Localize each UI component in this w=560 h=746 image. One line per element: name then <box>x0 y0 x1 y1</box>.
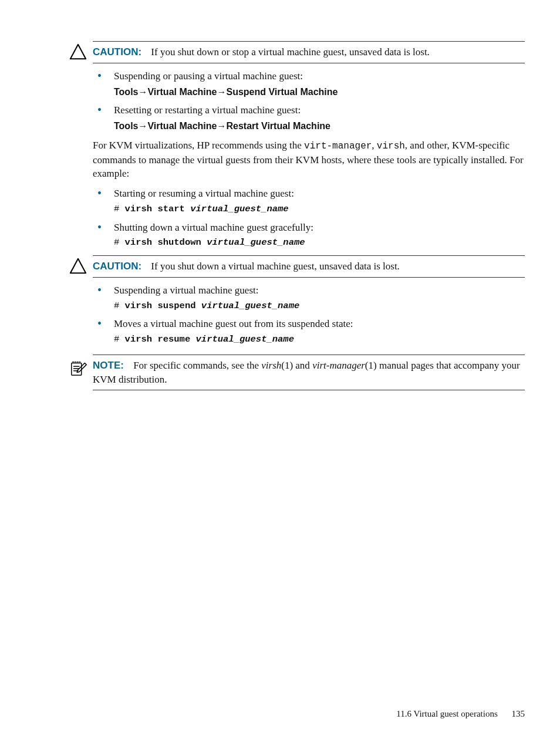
list-item: Suspending or pausing a virtual machine … <box>93 69 525 99</box>
page-footer: 11.6 Virtual guest operations 135 <box>396 708 525 720</box>
note-icon <box>69 359 87 376</box>
bullet-list: Suspending or pausing a virtual machine … <box>93 69 525 133</box>
command-arg: virtual_guest_name <box>190 204 288 214</box>
list-item-text: Shutting down a virtual machine guest gr… <box>114 222 313 233</box>
command-line: # virsh resume virtual_guest_name <box>114 333 525 346</box>
command-line: # virsh start virtual_guest_name <box>114 203 525 216</box>
note-text: For specific commands, see the <box>133 360 261 371</box>
prompt: # <box>114 237 125 248</box>
text: , <box>372 140 377 151</box>
command: virsh resume <box>125 334 196 345</box>
list-item-text: Suspending a virtual machine guest: <box>114 285 258 296</box>
note-label: NOTE: <box>93 360 124 371</box>
menu-segment: Tools <box>114 121 138 131</box>
list-item: Moves a virtual machine guest out from i… <box>93 317 525 346</box>
note-italic: virsh <box>261 360 281 371</box>
svg-rect-2 <box>72 363 82 375</box>
command-arg: virtual_guest_name <box>201 301 299 311</box>
arrow-icon: → <box>138 87 147 97</box>
list-item: Suspending a virtual machine guest: # vi… <box>93 283 525 312</box>
page-number: 135 <box>512 709 525 718</box>
prompt: # <box>114 301 125 311</box>
caution-callout: CAUTION: If you shut down a virtual mach… <box>93 255 525 278</box>
command: virsh shutdown <box>125 237 207 248</box>
arrow-icon: → <box>138 121 147 131</box>
list-item-text: Resetting or restarting a virtual machin… <box>114 104 301 116</box>
list-item-text: Suspending or pausing a virtual machine … <box>114 70 303 82</box>
paragraph: For KVM virtualizations, HP recommends u… <box>93 139 525 181</box>
arrow-icon: → <box>217 121 226 131</box>
main-content: CAUTION: If you shut down or stop a virt… <box>93 41 525 390</box>
list-item: Starting or resuming a virtual machine g… <box>93 187 525 215</box>
menu-segment: Restart Virtual Machine <box>226 121 330 131</box>
caution-text: If you shut down a virtual machine guest… <box>151 261 400 272</box>
menu-segment: Tools <box>114 87 138 97</box>
caution-label: CAUTION: <box>93 46 141 58</box>
list-item: Resetting or restarting a virtual machin… <box>93 103 525 133</box>
menu-segment: Virtual Machine <box>147 121 217 131</box>
command-arg: virtual_guest_name <box>196 334 294 345</box>
command: virsh suspend <box>125 301 201 311</box>
code-text: virt-manager <box>304 141 372 151</box>
svg-marker-0 <box>70 45 86 59</box>
menu-segment: Virtual Machine <box>147 87 217 97</box>
text: For KVM virtualizations, HP recommends u… <box>93 140 304 151</box>
caution-text: If you shut down or stop a virtual machi… <box>151 46 430 58</box>
prompt: # <box>114 334 125 345</box>
bullet-list: Suspending a virtual machine guest: # vi… <box>93 283 525 346</box>
list-item-text: Starting or resuming a virtual machine g… <box>114 188 294 199</box>
caution-icon <box>69 43 87 60</box>
menu-path: Tools→Virtual Machine→Restart Virtual Ma… <box>114 120 525 133</box>
note-callout: NOTE: For specific commands, see the vir… <box>93 355 525 391</box>
prompt: # <box>114 204 125 214</box>
command-line: # virsh suspend virtual_guest_name <box>114 300 525 313</box>
command-arg: virtual_guest_name <box>207 237 305 248</box>
menu-segment: Suspend Virtual Machine <box>226 87 338 97</box>
caution-icon <box>69 257 87 275</box>
caution-callout: CAUTION: If you shut down or stop a virt… <box>93 41 525 63</box>
code-text: virsh <box>377 141 405 151</box>
footer-section: 11.6 Virtual guest operations <box>396 709 497 718</box>
note-italic: virt-manager <box>312 360 365 371</box>
arrow-icon: → <box>217 87 226 97</box>
list-item-text: Moves a virtual machine guest out from i… <box>114 318 353 329</box>
menu-path: Tools→Virtual Machine→Suspend Virtual Ma… <box>114 86 525 99</box>
list-item: Shutting down a virtual machine guest gr… <box>93 221 525 249</box>
bullet-list: Starting or resuming a virtual machine g… <box>93 187 525 249</box>
command: virsh start <box>125 204 191 214</box>
document-page: CAUTION: If you shut down or stop a virt… <box>0 0 560 746</box>
command-line: # virsh shutdown virtual_guest_name <box>114 237 525 249</box>
caution-label: CAUTION: <box>93 261 141 272</box>
svg-marker-1 <box>70 259 86 273</box>
note-text: (1) and <box>281 360 312 371</box>
